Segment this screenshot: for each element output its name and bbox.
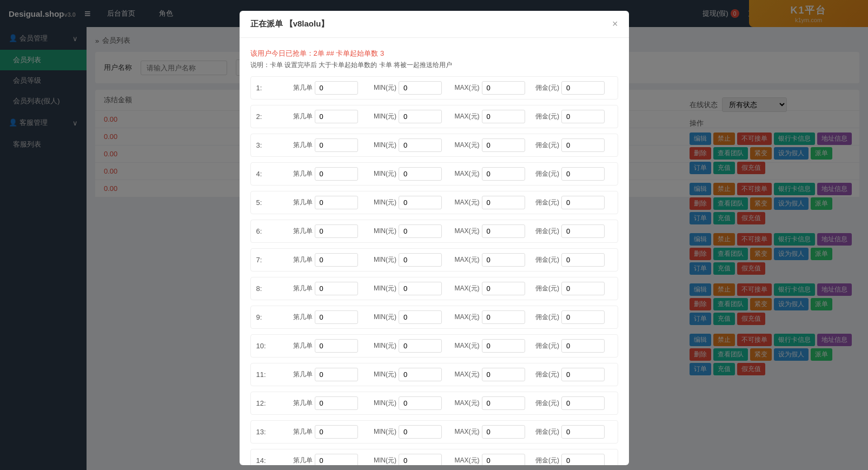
field-group-max-4: MAX(元) <box>455 167 532 181</box>
field-label-order-12: 第几单 <box>293 399 313 408</box>
input-min-8[interactable] <box>399 282 442 295</box>
field-label-commission-8: 佣金(元) <box>535 284 559 293</box>
input-commission-8[interactable] <box>561 282 605 295</box>
field-label-min-3: MIN(元) <box>374 141 396 150</box>
input-max-14[interactable] <box>482 454 525 465</box>
field-label-commission-9: 佣金(元) <box>535 313 559 322</box>
field-group-min-3: MIN(元) <box>374 138 450 152</box>
input-order-8[interactable] <box>315 282 358 295</box>
input-commission-1[interactable] <box>561 81 605 95</box>
input-commission-4[interactable] <box>561 167 605 181</box>
input-commission-9[interactable] <box>561 310 605 324</box>
field-group-commission-2: 佣金(元) <box>535 110 612 123</box>
field-group-commission-7: 佣金(元) <box>535 253 612 267</box>
field-label-max-10: MAX(元) <box>455 341 480 350</box>
input-min-14[interactable] <box>399 454 442 465</box>
input-order-9[interactable] <box>315 310 358 324</box>
field-group-max-8: MAX(元) <box>455 282 532 295</box>
field-label-order-10: 第几单 <box>293 341 313 350</box>
field-group-commission-14: 佣金(元) <box>535 454 612 465</box>
input-min-11[interactable] <box>399 368 442 381</box>
input-order-12[interactable] <box>315 396 358 410</box>
input-min-5[interactable] <box>399 196 442 209</box>
field-group-min-11: MIN(元) <box>374 368 450 381</box>
input-max-4[interactable] <box>482 167 525 181</box>
row-num-1: 1: <box>256 84 289 92</box>
field-label-commission-7: 佣金(元) <box>535 255 559 264</box>
input-min-6[interactable] <box>399 224 442 238</box>
modal-form-row-9: 9: 第几单 MIN(元) MAX(元) 佣金(元) <box>250 306 618 329</box>
input-max-2[interactable] <box>482 110 525 123</box>
field-label-max-1: MAX(元) <box>455 83 480 92</box>
input-min-1[interactable] <box>399 81 442 95</box>
input-commission-3[interactable] <box>561 138 605 152</box>
input-max-8[interactable] <box>482 282 525 295</box>
field-label-min-14: MIN(元) <box>374 456 396 465</box>
modal-form-row-5: 5: 第几单 MIN(元) MAX(元) 佣金(元) <box>250 191 618 214</box>
field-label-max-7: MAX(元) <box>455 255 480 264</box>
input-min-3[interactable] <box>399 138 442 152</box>
input-order-7[interactable] <box>315 253 358 267</box>
row-num-14: 14: <box>256 456 289 465</box>
field-group-min-9: MIN(元) <box>374 310 450 324</box>
input-max-10[interactable] <box>482 339 525 353</box>
input-min-12[interactable] <box>399 396 442 410</box>
input-max-11[interactable] <box>482 368 525 381</box>
modal-overlay[interactable]: 正在派单 【v8laolu】 × 该用户今日已抢单：2单 ## 卡单起始单数 3… <box>0 0 868 470</box>
input-max-6[interactable] <box>482 224 525 238</box>
input-order-13[interactable] <box>315 425 358 439</box>
input-order-11[interactable] <box>315 368 358 381</box>
modal-close-btn[interactable]: × <box>612 18 618 30</box>
field-group-commission-10: 佣金(元) <box>535 339 612 353</box>
input-max-12[interactable] <box>482 396 525 410</box>
input-commission-10[interactable] <box>561 339 605 353</box>
input-commission-6[interactable] <box>561 224 605 238</box>
modal-form-row-8: 8: 第几单 MIN(元) MAX(元) 佣金(元) <box>250 277 618 300</box>
row-num-12: 12: <box>256 399 289 407</box>
input-min-2[interactable] <box>399 110 442 123</box>
input-min-10[interactable] <box>399 339 442 353</box>
input-min-7[interactable] <box>399 253 442 267</box>
input-order-3[interactable] <box>315 138 358 152</box>
input-order-5[interactable] <box>315 196 358 209</box>
input-commission-5[interactable] <box>561 196 605 209</box>
field-group-order-13: 第几单 <box>293 425 370 439</box>
input-max-7[interactable] <box>482 253 525 267</box>
input-max-9[interactable] <box>482 310 525 324</box>
input-order-6[interactable] <box>315 224 358 238</box>
input-commission-11[interactable] <box>561 368 605 381</box>
field-group-max-3: MAX(元) <box>455 138 532 152</box>
input-commission-13[interactable] <box>561 425 605 439</box>
input-commission-12[interactable] <box>561 396 605 410</box>
input-max-13[interactable] <box>482 425 525 439</box>
input-commission-7[interactable] <box>561 253 605 267</box>
field-group-max-13: MAX(元) <box>455 425 532 439</box>
field-group-order-6: 第几单 <box>293 224 370 238</box>
input-order-14[interactable] <box>315 454 358 465</box>
field-group-min-12: MIN(元) <box>374 396 450 410</box>
input-min-4[interactable] <box>399 167 442 181</box>
modal-form-row-2: 2: 第几单 MIN(元) MAX(元) 佣金(元) <box>250 105 618 128</box>
field-label-max-4: MAX(元) <box>455 169 480 178</box>
input-max-3[interactable] <box>482 138 525 152</box>
input-min-9[interactable] <box>399 310 442 324</box>
field-label-min-13: MIN(元) <box>374 427 396 436</box>
input-commission-14[interactable] <box>561 454 605 465</box>
input-order-10[interactable] <box>315 339 358 353</box>
input-max-5[interactable] <box>482 196 525 209</box>
input-min-13[interactable] <box>399 425 442 439</box>
input-order-1[interactable] <box>315 81 358 95</box>
field-group-order-10: 第几单 <box>293 339 370 353</box>
field-label-min-9: MIN(元) <box>374 313 396 322</box>
field-label-max-9: MAX(元) <box>455 313 480 322</box>
input-max-1[interactable] <box>482 81 525 95</box>
input-order-2[interactable] <box>315 110 358 123</box>
field-group-commission-8: 佣金(元) <box>535 282 612 295</box>
field-label-order-6: 第几单 <box>293 227 313 236</box>
input-commission-2[interactable] <box>561 110 605 123</box>
field-group-order-12: 第几单 <box>293 396 370 410</box>
field-group-min-14: MIN(元) <box>374 454 450 465</box>
field-label-commission-14: 佣金(元) <box>535 456 559 465</box>
input-order-4[interactable] <box>315 167 358 181</box>
notice-line1: 该用户今日已抢单：2单 ## 卡单起始单数 3 <box>250 49 618 58</box>
